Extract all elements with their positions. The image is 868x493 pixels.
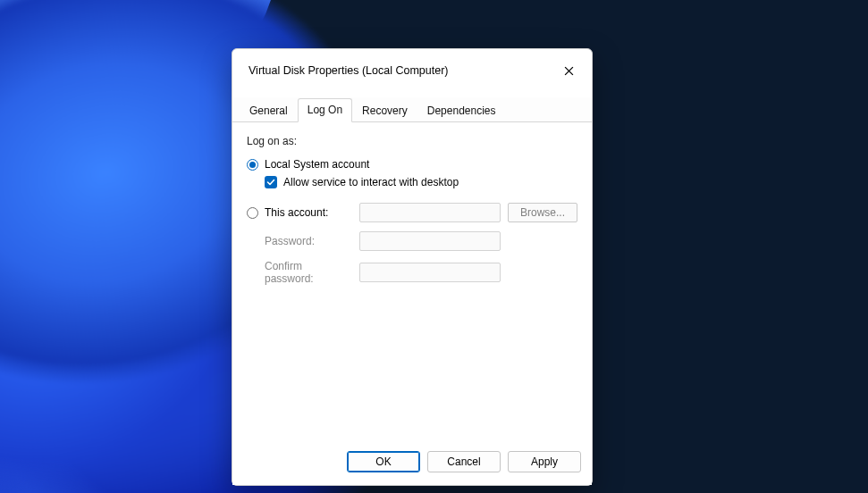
radio-icon xyxy=(247,207,258,219)
interact-desktop-option[interactable]: Allow service to interact with desktop xyxy=(265,176,577,188)
ok-button[interactable]: OK xyxy=(347,451,420,472)
this-account-section: This account: Browse... Password: Confir… xyxy=(247,203,577,285)
tab-dependencies[interactable]: Dependencies xyxy=(417,99,506,122)
close-icon xyxy=(564,66,574,76)
tab-strip: General Log On Recovery Dependencies xyxy=(232,97,592,122)
close-button[interactable] xyxy=(554,58,583,83)
cancel-button[interactable]: Cancel xyxy=(427,451,501,472)
logon-as-label: Log on as: xyxy=(247,135,577,147)
this-account-label: This account: xyxy=(265,206,328,219)
confirm-password-label: Confirm password: xyxy=(247,260,352,285)
local-system-option[interactable]: Local System account xyxy=(247,158,577,171)
browse-button[interactable]: Browse... xyxy=(508,203,577,222)
password-input[interactable] xyxy=(359,231,501,251)
password-label: Password: xyxy=(247,235,352,247)
radio-icon xyxy=(247,159,258,171)
local-system-label: Local System account xyxy=(265,158,369,171)
apply-button[interactable]: Apply xyxy=(508,451,581,472)
dialog-title: Virtual Disk Properties (Local Computer) xyxy=(249,64,448,77)
checkbox-checked-icon xyxy=(265,176,277,188)
tab-logon[interactable]: Log On xyxy=(298,98,352,122)
confirm-password-input[interactable] xyxy=(359,263,501,282)
tab-recovery[interactable]: Recovery xyxy=(352,99,417,122)
interact-desktop-label: Allow service to interact with desktop xyxy=(283,176,459,188)
tab-general[interactable]: General xyxy=(240,99,298,122)
titlebar: Virtual Disk Properties (Local Computer) xyxy=(232,49,592,92)
this-account-input[interactable] xyxy=(359,203,501,222)
dialog-button-row: OK Cancel Apply xyxy=(232,442,592,485)
logon-tab-panel: Log on as: Local System account Allow se… xyxy=(232,122,592,442)
properties-dialog: Virtual Disk Properties (Local Computer)… xyxy=(232,48,593,486)
this-account-option[interactable]: This account: xyxy=(247,206,352,219)
